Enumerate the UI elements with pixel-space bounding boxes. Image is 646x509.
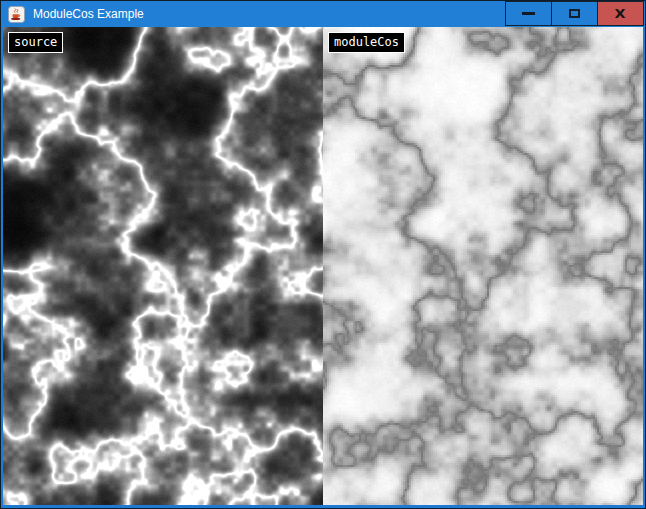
close-icon: X	[615, 7, 626, 20]
source-image	[3, 27, 323, 505]
close-button[interactable]: X	[597, 1, 644, 26]
panel-source: source	[3, 27, 323, 505]
maximize-icon	[569, 9, 580, 18]
panel-modulecos: moduleCos	[323, 27, 643, 505]
modulecos-label: moduleCos	[328, 32, 405, 53]
minimize-button[interactable]	[505, 1, 552, 26]
titlebar[interactable]: ModuleCos Example X	[1, 1, 645, 27]
modulecos-image	[323, 27, 643, 505]
window-controls: X	[506, 1, 644, 26]
minimize-icon	[522, 12, 535, 15]
maximize-button[interactable]	[551, 1, 598, 26]
app-window: ModuleCos Example X source moduleCos	[0, 0, 646, 509]
java-coffee-cup-icon	[8, 6, 25, 23]
content-area: source moduleCos	[1, 27, 645, 508]
window-title: ModuleCos Example	[33, 1, 144, 27]
source-label: source	[8, 32, 63, 53]
